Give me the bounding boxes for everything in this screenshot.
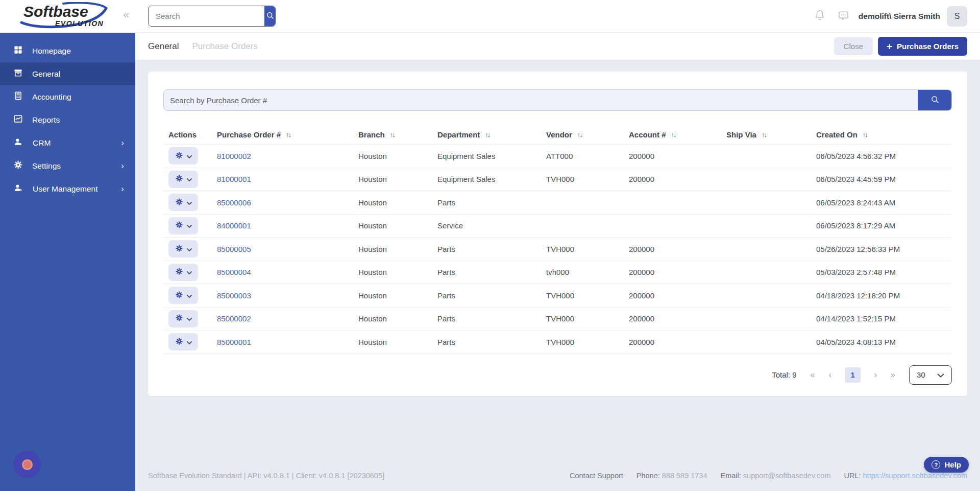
column-header-department[interactable]: Department↑↓ — [432, 130, 541, 139]
vendor-cell: tvh000 — [541, 268, 624, 276]
messages-button[interactable] — [838, 10, 849, 23]
page-actions: Close + Purchase Orders — [834, 37, 967, 56]
table-row: 81000002 Houston Equipment Sales ATT000 … — [163, 145, 952, 168]
page-size-select[interactable]: 30 — [909, 365, 952, 385]
email-label: Email: — [721, 472, 741, 480]
sidebar-item-crm[interactable]: CRM › — [0, 131, 135, 154]
po-number-link[interactable]: 84000001 — [212, 221, 353, 230]
po-search-input[interactable] — [164, 90, 918, 110]
row-actions-button[interactable] — [168, 240, 198, 258]
sort-icon: ↑↓ — [762, 131, 766, 138]
gear-icon — [175, 244, 183, 254]
sort-icon: ↑↓ — [863, 131, 867, 138]
pagination: Total: 9 « ‹ 1 › » 30 — [163, 354, 952, 385]
table-row: 85000006 Houston Parts 06/05/2023 8:24:4… — [163, 191, 952, 215]
add-purchase-order-button[interactable]: + Purchase Orders — [878, 37, 967, 56]
actions-cell — [163, 287, 212, 304]
top-header: demolift\ Sierra Smith S — [135, 0, 980, 33]
po-number-link[interactable]: 85000004 — [212, 268, 353, 276]
avatar[interactable]: S — [947, 6, 967, 27]
sidebar-item-homepage[interactable]: Homepage — [0, 39, 135, 62]
po-search — [163, 89, 952, 111]
sidebar-item-settings[interactable]: Settings › — [0, 154, 135, 177]
table-row: 85000002 Houston Parts TVH000 200000 04/… — [163, 308, 952, 331]
global-search — [148, 6, 276, 27]
column-header-created-on[interactable]: Created On↑↓ — [811, 130, 952, 139]
row-actions-button[interactable] — [168, 264, 198, 281]
vendor-cell: TVH000 — [541, 291, 624, 300]
close-button[interactable]: Close — [834, 37, 873, 55]
sidebar-item-accounting[interactable]: Accounting — [0, 85, 135, 108]
footer-contact: Contact Support Phone: 888 589 1734 Emai… — [570, 472, 967, 480]
gear-icon — [175, 174, 183, 184]
search-icon — [930, 95, 940, 106]
homepage-grid-icon — [13, 45, 23, 57]
header-right: demolift\ Sierra Smith S — [814, 6, 967, 27]
previous-page-button[interactable]: ‹ — [828, 371, 831, 379]
row-actions-button[interactable] — [168, 217, 198, 235]
column-label: Ship Via — [726, 130, 756, 139]
sidebar-item-general[interactable]: General — [0, 62, 135, 85]
page-size-value: 30 — [917, 370, 925, 379]
column-header-vendor[interactable]: Vendor↑↓ — [541, 130, 624, 139]
column-header-ship-via[interactable]: Ship Via↑↓ — [721, 130, 811, 139]
current-page[interactable]: 1 — [845, 367, 861, 383]
phone-value: 888 589 1734 — [662, 472, 707, 480]
main-column: demolift\ Sierra Smith S General Purchas… — [135, 0, 980, 491]
row-actions-button[interactable] — [168, 194, 198, 211]
global-search-input[interactable] — [149, 6, 264, 26]
column-header-purchase-order[interactable]: Purchase Order #↑↓ — [212, 130, 353, 139]
column-header-branch[interactable]: Branch↑↓ — [353, 130, 432, 139]
row-actions-button[interactable] — [168, 147, 198, 165]
po-number-link[interactable]: 85000003 — [212, 291, 353, 300]
gear-icon — [13, 160, 23, 172]
global-search-button[interactable] — [264, 6, 275, 26]
po-number-link[interactable]: 85000005 — [212, 245, 353, 253]
chevron-down-icon — [187, 315, 192, 322]
row-actions-button[interactable] — [168, 310, 198, 328]
calculator-icon — [13, 91, 23, 103]
po-search-button[interactable] — [918, 90, 951, 110]
next-page-button[interactable]: › — [874, 371, 877, 379]
first-page-button[interactable]: « — [811, 371, 815, 379]
created-on-cell: 06/05/2023 4:45:59 PM — [811, 175, 952, 183]
sidebar-collapse-icon[interactable]: « — [123, 8, 129, 20]
vendor-cell: TVH000 — [541, 338, 624, 346]
logged-in-user[interactable]: demolift\ Sierra Smith — [859, 12, 940, 21]
page-tab-bar: General Purchase Orders Close + Purchase… — [135, 33, 980, 60]
row-actions-button[interactable] — [168, 171, 198, 188]
sidebar-item-reports[interactable]: Reports — [0, 108, 135, 131]
gear-icon — [175, 291, 183, 300]
actions-cell — [163, 194, 212, 211]
bell-icon — [814, 10, 825, 22]
email-info: Email: support@softbasedev.com — [721, 472, 831, 480]
last-page-button[interactable]: » — [891, 371, 895, 379]
plus-icon: + — [887, 41, 892, 51]
column-header-account[interactable]: Account #↑↓ — [624, 130, 721, 139]
person-icon — [13, 137, 23, 149]
table-header-row: Actions Purchase Order #↑↓ Branch↑↓ Depa… — [163, 125, 952, 145]
sort-icon: ↑↓ — [671, 131, 676, 138]
notifications-button[interactable] — [814, 10, 825, 22]
help-button[interactable]: ? Help — [924, 457, 969, 473]
row-actions-button[interactable] — [168, 333, 198, 350]
sidebar-item-user-management[interactable]: User Management › — [0, 177, 135, 200]
row-actions-button[interactable] — [168, 287, 198, 304]
branch-cell: Houston — [353, 221, 432, 230]
gear-icon — [175, 267, 183, 277]
po-number-link[interactable]: 85000006 — [212, 198, 353, 207]
created-on-cell: 06/05/2023 8:17:29 AM — [811, 221, 952, 230]
tab-purchase-orders[interactable]: Purchase Orders — [192, 41, 258, 52]
support-url-link[interactable]: https://support.softbasedev.com — [863, 472, 967, 480]
url-info: URL: https://support.softbasedev.com — [844, 472, 967, 480]
content-area: Actions Purchase Order #↑↓ Branch↑↓ Depa… — [135, 60, 980, 491]
po-number-link[interactable]: 81000001 — [212, 175, 353, 183]
po-number-link[interactable]: 85000001 — [212, 338, 353, 346]
po-number-link[interactable]: 81000002 — [212, 152, 353, 160]
created-on-cell: 05/26/2023 12:56:33 PM — [811, 245, 952, 253]
created-on-cell: 06/05/2023 8:24:43 AM — [811, 198, 952, 207]
chat-widget-launcher[interactable] — [13, 451, 41, 478]
phone-info: Phone: 888 589 1734 — [636, 472, 707, 480]
tab-general[interactable]: General — [148, 41, 179, 52]
po-number-link[interactable]: 85000002 — [212, 314, 353, 323]
